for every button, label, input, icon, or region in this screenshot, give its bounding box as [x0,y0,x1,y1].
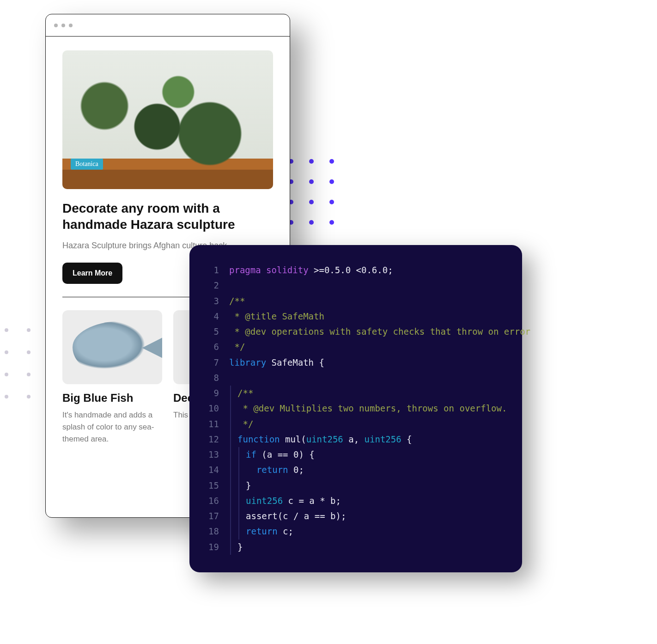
traffic-light-icon [69,24,73,27]
line-number: 7 [203,355,219,370]
code-line: 14 return 0; [203,462,504,478]
decorative-dots-purple [289,159,334,225]
code-line: 12function mul(uint256 a, uint256 { [203,432,504,447]
window-titlebar [46,14,290,37]
code-text: if (a == 0) { [229,447,315,462]
botanica-label: Botanica [71,159,103,170]
code-line: 17assert(c / a == b); [203,509,504,524]
code-line: 16uint256 c = a * b; [203,493,504,509]
code-line: 13if (a == 0) { [203,447,504,462]
traffic-light-icon [61,24,65,27]
code-text: /** [229,386,253,401]
line-number: 8 [203,370,219,386]
code-text: assert(c / a == b); [229,509,346,524]
line-number: 2 [203,278,219,293]
code-line: 8 [203,370,504,386]
code-line: 11 */ [203,417,504,432]
line-number: 12 [203,432,219,447]
code-line: 9/** [203,386,504,401]
product-card[interactable]: Big Blue Fish It's handmade and adds a s… [62,310,162,446]
code-line: 7library SafeMath { [203,355,504,370]
traffic-light-icon [54,24,58,27]
code-text: library SafeMath { [229,355,324,370]
code-text [229,370,237,386]
line-number: 4 [203,309,219,324]
line-number: 6 [203,339,219,355]
product-title: Big Blue Fish [62,392,162,405]
line-number: 14 [203,462,219,478]
code-line: 6 */ [203,339,504,355]
line-number: 19 [203,540,219,555]
code-editor: 1pragma solidity >=0.5.0 <0.6.0;23/**4 *… [189,245,522,572]
code-line: 4 * @title SafeMath [203,309,504,324]
code-line: 18return c; [203,524,504,539]
code-line: 15} [203,478,504,493]
code-text: */ [229,339,245,355]
code-text: * @dev Multiplies two numbers, throws on… [229,401,507,416]
code-text: /** [229,294,245,309]
learn-more-button[interactable]: Learn More [62,263,122,284]
hero-image: Botanica [62,50,273,189]
code-line: 2 [203,278,504,293]
line-number: 11 [203,417,219,432]
line-number: 15 [203,478,219,493]
code-text: */ [229,417,253,432]
line-number: 9 [203,386,219,401]
line-number: 5 [203,324,219,339]
line-number: 1 [203,263,219,278]
line-number: 16 [203,493,219,509]
code-text: * @title SafeMath [229,309,324,324]
code-text: } [229,478,251,493]
code-text: return 0; [229,462,304,478]
line-number: 18 [203,524,219,539]
code-text: function mul(uint256 a, uint256 { [229,432,412,447]
code-text: * @dev operations with safety checks tha… [229,324,530,339]
line-number: 3 [203,294,219,309]
code-line: 3/** [203,294,504,309]
code-text: return c; [229,524,293,539]
line-number: 10 [203,401,219,416]
product-image [62,310,162,384]
line-number: 13 [203,447,219,462]
article-title: Decorate any room with a handmade Hazara… [62,200,273,233]
code-line: 1pragma solidity >=0.5.0 <0.6.0; [203,263,504,278]
code-text: uint256 c = a * b; [229,493,341,509]
code-text: } [229,540,243,555]
line-number: 17 [203,509,219,524]
code-line: 10 * @dev Multiplies two numbers, throws… [203,401,504,416]
code-line: 5 * @dev operations with safety checks t… [203,324,504,339]
code-text: pragma solidity >=0.5.0 <0.6.0; [229,263,393,278]
fish-icon [73,321,152,373]
code-line: 19} [203,540,504,555]
product-description: It's handmade and adds a splash of color… [62,409,162,446]
